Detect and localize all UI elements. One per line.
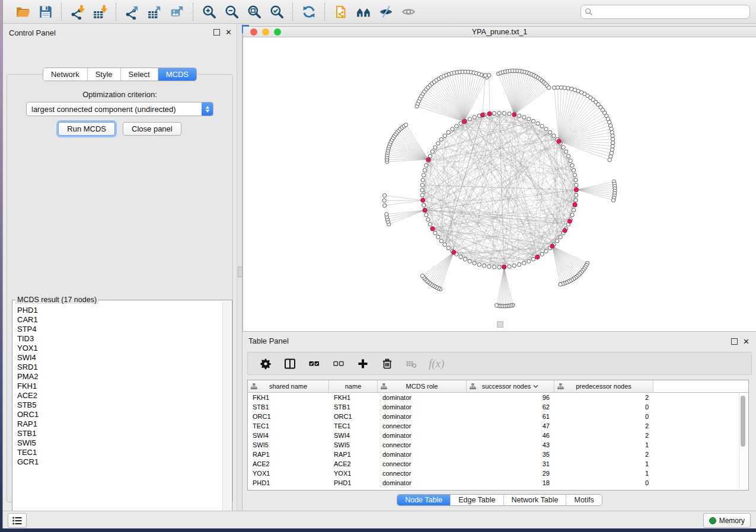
clone-network-button[interactable] [331, 2, 350, 21]
save-session-button[interactable] [36, 2, 55, 21]
export-table-button[interactable] [145, 2, 164, 21]
table-row[interactable]: SWI5SWI5connector431 [248, 440, 748, 450]
refresh-layout-button[interactable] [299, 2, 318, 21]
add-column-button[interactable] [356, 357, 370, 371]
search-input[interactable] [595, 6, 749, 18]
show-all-icon [401, 4, 416, 20]
vertical-splitter[interactable] [237, 24, 243, 511]
float-panel-icon[interactable] [213, 29, 220, 36]
mcds-list-scrollbar[interactable] [222, 302, 231, 519]
zoom-in-button[interactable] [200, 2, 219, 21]
network-titlebar[interactable]: YPA_prune.txt_1 [243, 27, 756, 37]
run-mcds-button[interactable]: Run MCDS [58, 122, 115, 136]
tab-network-table[interactable]: Network Table [503, 495, 566, 505]
close-table-panel-icon[interactable]: ✕ [743, 338, 749, 345]
split-panel-button[interactable] [283, 357, 297, 371]
tab-edge-table[interactable]: Edge Table [450, 495, 503, 505]
mcds-result-item[interactable]: STP4 [14, 325, 222, 334]
tab-style[interactable]: Style [87, 68, 120, 81]
mcds-result-item[interactable]: STB5 [14, 400, 222, 410]
mcds-result-item[interactable]: CAR1 [14, 315, 222, 325]
network-resize-handle[interactable] [497, 321, 503, 328]
mcds-result-item[interactable]: SWI5 [14, 438, 222, 448]
table-cell: 47 [467, 422, 554, 430]
table-row[interactable]: RAP1RAP1dominator352 [248, 450, 748, 459]
zoom-out-button[interactable] [222, 2, 241, 21]
table-cell: 43 [467, 441, 554, 448]
criterion-dropdown[interactable]: largest connected component (undirected) [26, 102, 213, 116]
export-network-button[interactable] [123, 2, 142, 21]
automation-panel-button[interactable] [8, 513, 27, 528]
hide-selected-button[interactable] [377, 2, 395, 21]
deselect-all-button[interactable] [331, 357, 346, 371]
column-header-successor-nodes[interactable]: successor nodes [467, 380, 554, 392]
float-table-panel-icon[interactable] [731, 338, 738, 345]
table-cell: RAP1 [329, 451, 378, 458]
mcds-result-item[interactable]: PMA2 [14, 372, 222, 382]
mcds-result-item[interactable]: YOX1 [14, 344, 222, 353]
import-network-button[interactable] [68, 2, 87, 21]
import-table-icon [92, 4, 108, 20]
table-row[interactable]: YOX1YOX1connector291 [248, 469, 748, 478]
table-scrollbar-thumb[interactable] [741, 396, 745, 447]
table-scrollbar[interactable] [739, 393, 747, 489]
tab-network[interactable]: Network [43, 68, 87, 81]
mcds-result-item[interactable]: ORC1 [14, 410, 222, 419]
search-box[interactable] [580, 5, 750, 19]
open-file-button[interactable] [14, 2, 33, 21]
memory-button[interactable]: Memory [703, 513, 751, 528]
column-header-name[interactable]: name [329, 380, 378, 392]
menu-list-icon [12, 516, 23, 525]
mcds-result-item[interactable]: SWI4 [14, 353, 222, 363]
tab-mcds[interactable]: MCDS [158, 68, 196, 81]
column-header-predecessor-nodes[interactable]: predecessor nodes [554, 380, 653, 392]
zoom-fit-button[interactable] [245, 2, 264, 21]
table-cell: connector [378, 460, 467, 467]
table-cell: 29 [467, 470, 554, 477]
table-cell: TEC1 [248, 422, 329, 430]
show-all-button[interactable] [399, 2, 418, 21]
mcds-result-item[interactable]: FKH1 [14, 382, 222, 391]
mcds-result-item[interactable]: GCR1 [14, 457, 222, 467]
mcds-result-item[interactable]: PHD1 [14, 306, 222, 315]
table-row[interactable]: SWI4SWI4dominator462 [248, 431, 748, 440]
tab-select[interactable]: Select [120, 68, 158, 81]
table-cell: dominator [378, 413, 467, 420]
table-row[interactable]: PHD1PHD1dominator180 [248, 478, 748, 488]
table-cell: STB1 [248, 403, 329, 411]
delete-table-button[interactable] [404, 357, 419, 371]
toolbar-group [294, 2, 324, 21]
table-cell: 96 [467, 394, 554, 401]
table-cell: 31 [467, 460, 554, 467]
table-row[interactable]: ACE2ACE2connector311 [248, 459, 748, 469]
mcds-result-item[interactable]: STB1 [14, 429, 222, 438]
table-settings-button[interactable] [259, 357, 273, 371]
mcds-result-item[interactable]: ACE2 [14, 391, 222, 400]
tab-node-table[interactable]: Node Table [397, 495, 450, 505]
tab-motifs[interactable]: Motifs [566, 495, 601, 505]
table-row[interactable]: STB1STB1dominator620 [248, 402, 748, 412]
zoom-selected-button[interactable] [267, 2, 286, 21]
export-image-button[interactable] [168, 2, 187, 21]
shared-column-icon [470, 383, 476, 390]
column-header-shared-name[interactable]: shared name [248, 380, 329, 392]
close-panel-icon[interactable]: ✕ [225, 29, 232, 36]
table-row[interactable]: TEC1TEC1connector472 [248, 421, 748, 431]
column-header-MCDS-role[interactable]: MCDS role [378, 380, 467, 392]
splitter-handle[interactable] [238, 267, 243, 277]
select-all-button[interactable] [307, 357, 321, 371]
function-builder-button[interactable]: f(x) [429, 357, 444, 370]
table-row[interactable]: ORC1ORC1dominator610 [248, 412, 748, 421]
table-row[interactable]: FKH1FKH1dominator962 [248, 393, 748, 402]
delete-columns-button[interactable] [380, 357, 394, 371]
network-graph[interactable] [243, 37, 756, 331]
toolbar-group [62, 2, 116, 21]
find-neighbors-button[interactable] [354, 2, 373, 21]
mcds-result-item[interactable]: SRD1 [14, 363, 222, 372]
close-panel-button[interactable]: Close panel [123, 122, 181, 136]
import-table-button[interactable] [91, 2, 110, 21]
table-cell: 2 [554, 451, 653, 458]
mcds-result-item[interactable]: RAP1 [14, 419, 222, 429]
mcds-result-item[interactable]: TEC1 [14, 448, 222, 457]
mcds-result-item[interactable]: TID3 [14, 334, 222, 344]
